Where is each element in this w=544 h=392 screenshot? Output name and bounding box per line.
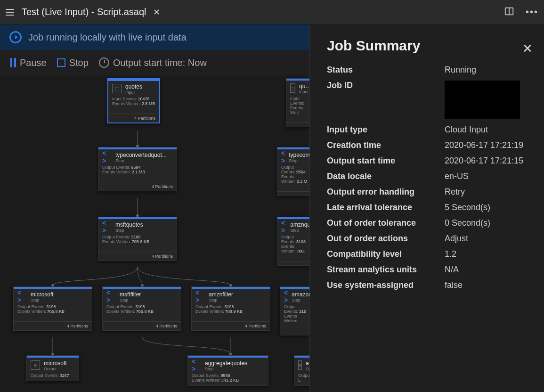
node-quotes[interactable]: ⬚ quotes Input Input Events:10476 Events… <box>107 78 160 123</box>
close-tab-icon[interactable]: ✕ <box>153 7 160 17</box>
node-typeconv2[interactable]: < > typeconv Step Output Events:9594 Eve… <box>277 147 315 196</box>
output-icon: ⎘ <box>31 360 40 370</box>
node-footer: 4 Partitions <box>98 252 177 261</box>
node-title: quotes <box>125 84 142 90</box>
node-title: amznqu <box>290 222 310 228</box>
pause-icon <box>10 58 16 67</box>
pause-label: Pause <box>20 57 47 68</box>
job-summary-panel: ✕ Job Summary StatusRunning Job ID Input… <box>309 24 544 392</box>
node-title: aggregatequotes <box>205 360 247 367</box>
kv-status: StatusRunning <box>327 62 531 78</box>
kv-stream-analytics-units: Stream analytics unitsN/A <box>327 262 531 278</box>
split-editor-icon[interactable] <box>504 6 514 18</box>
step-icon: < > <box>102 152 112 162</box>
node-aggregatequotes[interactable]: < > aggregatequotes Step Output Events:9… <box>187 355 268 386</box>
node-msftquotes[interactable]: < > msftquotes Step Output Events:3198 E… <box>98 217 177 261</box>
node-footer: 4 Partitions <box>108 114 159 122</box>
node-title: typeconvertedquot... <box>115 152 167 158</box>
title-bar: Test (Live Input) - Script.asaql ✕ ••• <box>0 0 544 24</box>
node-footer: 4 Partitions <box>14 322 92 330</box>
node-title: microsoft <box>31 292 54 298</box>
step-icon: < > <box>281 222 286 231</box>
node-subtitle: Step <box>289 158 311 163</box>
step-icon: < > <box>102 222 112 231</box>
kv-output-error-handling: Output error handlingRetry <box>327 184 531 200</box>
step-icon: < > <box>192 360 201 370</box>
node-footer: 4 Partitions <box>98 182 177 191</box>
node-subtitle: Step <box>31 298 54 302</box>
stop-icon <box>57 58 65 67</box>
node-title: msftquotes <box>115 222 143 228</box>
node-microsoft-output[interactable]: ⎘ microsoft Output Output Events:3187 <box>26 355 79 381</box>
stop-label: Stop <box>69 57 89 68</box>
node-subtitle: Step <box>209 298 233 302</box>
output-start-time[interactable]: Output start time: Now <box>99 57 207 68</box>
node-subtitle: Step <box>205 367 247 371</box>
node-subtitle: Step <box>292 298 312 302</box>
panel-title: Job Summary <box>327 38 531 54</box>
node-title: typeconv <box>289 152 311 158</box>
pause-button[interactable]: Pause <box>10 57 47 68</box>
node-title: msftfilter <box>120 292 141 298</box>
running-icon <box>9 31 22 43</box>
node-footer: 4 Partitions <box>103 322 181 330</box>
kv-data-locale: Data localeen-US <box>327 169 531 184</box>
status-text: Job running locally with live input data <box>28 32 187 43</box>
step-icon: < > <box>195 292 205 301</box>
node-subtitle: Input <box>125 90 142 95</box>
node-typeconverted[interactable]: < > typeconvertedquot... Step Output Eve… <box>98 147 177 191</box>
output-icon: ⎘ <box>298 360 302 370</box>
kv-output-start-time: Output start time2020-06-17 17:21:15 <box>327 153 531 169</box>
node-msftfilter[interactable]: < > msftfilter Step Output Events:3198 E… <box>102 286 181 331</box>
jobid-redacted <box>445 81 520 119</box>
kv-input-type: Input typeCloud Input <box>327 122 531 138</box>
output-start-label: Output start time: Now <box>113 57 207 68</box>
node-subtitle: Step <box>115 228 143 233</box>
node-footer: 4 Partitions <box>192 322 270 330</box>
node-subtitle: Step <box>115 158 167 163</box>
step-icon: < > <box>281 152 285 162</box>
input-icon: ⬚ <box>112 84 122 93</box>
node-title: amazon <box>292 292 312 298</box>
node-subtitle: Step <box>120 298 141 302</box>
node-amznfilter[interactable]: < > amznfilter Step Output Events:3198 E… <box>191 286 270 331</box>
input-icon: ⬚ <box>290 83 295 93</box>
step-icon: < > <box>17 292 27 301</box>
node-amznquotes[interactable]: < > amznqu Step Output Events:3198 Event… <box>277 217 315 266</box>
kv-jobid: Job ID <box>327 78 531 122</box>
node-subtitle: Output <box>44 367 67 371</box>
stop-button[interactable]: Stop <box>57 57 89 68</box>
node-microsoft-step[interactable]: < > microsoft Step Output Events:3198 Ev… <box>13 286 92 331</box>
kv-creation-time: Creation time2020-06-17 17:21:19 <box>327 138 531 153</box>
step-icon: < > <box>284 292 288 301</box>
menu-icon[interactable] <box>6 9 14 16</box>
node-title: amznfilter <box>209 292 233 298</box>
node-subtitle: Step <box>290 228 310 233</box>
step-icon: < > <box>106 292 116 301</box>
kv-late-arrival-tolerance: Late arrival tolerance5 Second(s) <box>327 200 531 215</box>
kv-out-of-order-tolerance: Out of order tolerance0 Second(s) <box>327 215 531 231</box>
close-panel-icon[interactable]: ✕ <box>522 41 533 56</box>
clock-icon <box>99 57 109 68</box>
kv-compatibility-level: Compatibility level1.2 <box>327 246 531 262</box>
tab-title: Test (Live Input) - Script.asaql <box>22 7 146 17</box>
kv-use-system-assigned: Use system-assignedfalse <box>327 278 531 293</box>
kv-out-of-order-actions: Out of order actionsAdjust <box>327 231 531 246</box>
more-icon[interactable]: ••• <box>526 7 538 17</box>
node-title: microsoft <box>44 360 67 367</box>
